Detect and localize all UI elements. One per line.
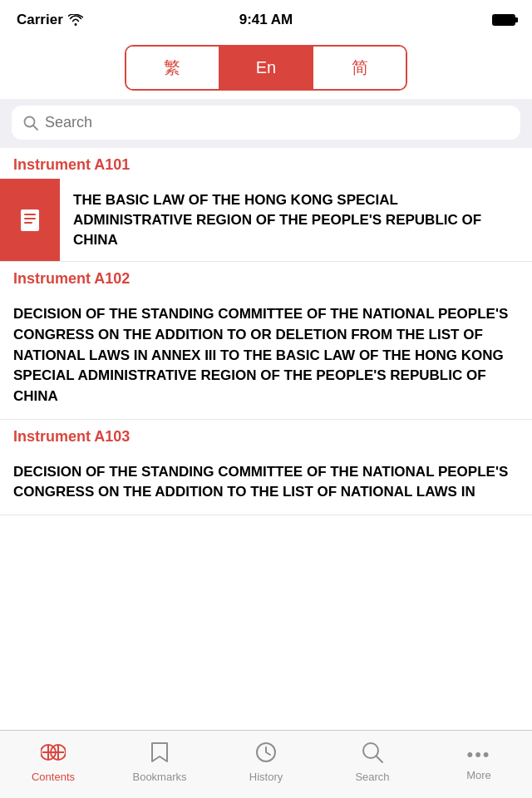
wifi-icon [68, 14, 83, 26]
list-item-a101-text: THE BASIC LAW OF THE HONG KONG SPECIAL A… [60, 179, 532, 261]
tab-bookmarks[interactable]: Bookmarks [106, 737, 213, 783]
contents-icon [41, 741, 66, 767]
svg-rect-2 [21, 209, 39, 231]
time-display: 9:41 AM [239, 12, 293, 28]
lang-english-button[interactable]: En [220, 47, 313, 89]
search-input[interactable] [45, 114, 509, 131]
search-icon [23, 116, 38, 131]
more-icon: ••• [466, 741, 490, 766]
tab-more[interactable]: ••• More [426, 737, 532, 781]
section-header-a103: Instrument A103 [0, 420, 532, 451]
search-bar[interactable] [12, 106, 520, 140]
svg-line-7 [377, 756, 382, 762]
tab-search-label: Search [355, 771, 389, 783]
lang-traditional-button[interactable]: 繁 [126, 47, 220, 89]
tab-contents[interactable]: Contents [0, 737, 106, 783]
language-selector: 繁 En 简 [0, 37, 532, 99]
list-item-a101[interactable]: THE BASIC LAW OF THE HONG KONG SPECIAL A… [0, 179, 532, 262]
history-icon [254, 741, 278, 767]
tab-contents-label: Contents [32, 771, 75, 783]
list-item-a102[interactable]: DECISION OF THE STANDING COMMITTEE OF TH… [0, 293, 532, 419]
tab-search[interactable]: Search [319, 737, 426, 783]
bookmarks-icon [149, 741, 170, 767]
carrier-label: Carrier [17, 12, 63, 28]
section-header-a101: Instrument A101 [0, 148, 532, 179]
list-item-a103[interactable]: DECISION OF THE STANDING COMMITTEE OF TH… [0, 451, 532, 515]
search-bar-container [0, 99, 532, 148]
tab-history-label: History [249, 771, 283, 783]
tab-bar: Contents Bookmarks History Search ••• [0, 730, 532, 798]
content-list: Instrument A101 THE BASIC LAW OF THE HON… [0, 148, 532, 740]
battery-icon [492, 14, 515, 26]
section-header-a102: Instrument A102 [0, 262, 532, 293]
tab-history[interactable]: History [213, 737, 319, 783]
lang-simplified-button[interactable]: 简 [312, 47, 406, 89]
svg-line-1 [33, 126, 37, 130]
search-tab-icon [361, 741, 384, 767]
list-item-icon-a101 [0, 179, 60, 261]
tab-more-label: More [466, 769, 491, 781]
tab-bookmarks-label: Bookmarks [132, 771, 186, 783]
status-bar: Carrier 9:41 AM [0, 0, 532, 37]
